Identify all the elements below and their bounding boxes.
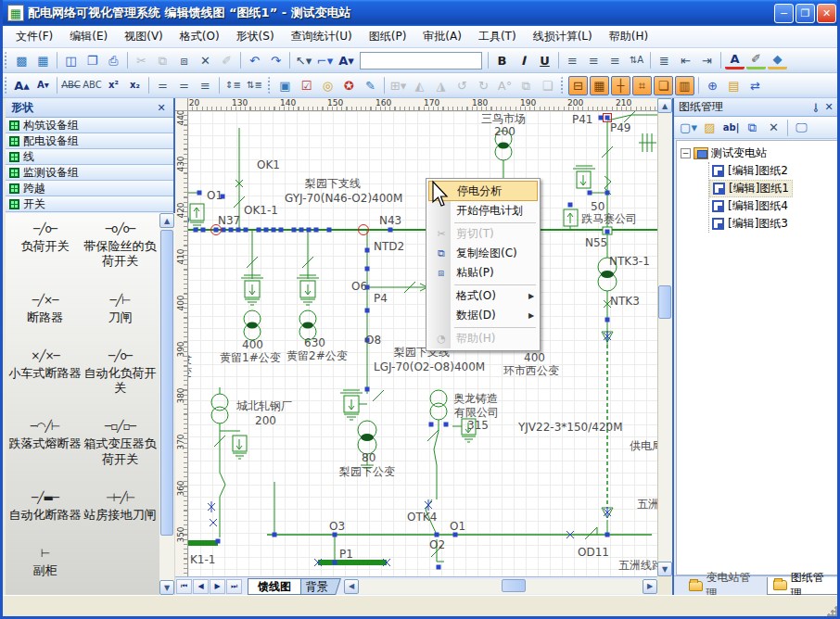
- menu-item-data[interactable]: 数据(D) ▶: [428, 306, 538, 325]
- indent-decrease-icon[interactable]: ⇤: [676, 51, 695, 70]
- connector-tool-icon[interactable]: ⌐▾: [315, 51, 335, 70]
- superscript-icon[interactable]: x²: [104, 76, 123, 95]
- menu-item-copy-drawing[interactable]: ⧉ 复制绘图(C): [428, 244, 538, 263]
- menu-item[interactable]: 编辑(E): [61, 26, 116, 47]
- prev-page-button[interactable]: ◀: [193, 579, 209, 594]
- menu-item[interactable]: 审批(A): [414, 26, 470, 47]
- tree-item-drawing[interactable]: [编辑]图纸3: [709, 215, 791, 233]
- shape-group-bar[interactable]: 跨越: [6, 181, 173, 196]
- pin-icon[interactable]: ⊸: [809, 101, 822, 114]
- drawing-explorer-toggle-icon[interactable]: ▥: [675, 76, 694, 95]
- font-size-increase-icon[interactable]: A▴: [12, 76, 32, 95]
- close-button[interactable]: ✕: [817, 4, 836, 23]
- tree-item-drawing[interactable]: [编辑]图纸4: [709, 197, 791, 215]
- panel-close-icon[interactable]: ✕: [822, 101, 835, 113]
- shape-item[interactable]: ─╱o─ 自动化负荷开关: [83, 349, 158, 397]
- highlight-color-icon[interactable]: ✐: [746, 52, 766, 69]
- menu-item[interactable]: 文件(F): [7, 26, 61, 47]
- strikethrough-icon[interactable]: ABC: [61, 76, 81, 95]
- redo-icon[interactable]: ↷: [266, 51, 286, 70]
- stamp-icon[interactable]: ✪: [339, 76, 359, 95]
- shape-item[interactable]: ×╱×─ 小车式断路器: [7, 349, 83, 397]
- scroll-up-icon[interactable]: ▲: [657, 98, 672, 113]
- guides-toggle-icon[interactable]: ┼: [611, 76, 630, 95]
- text-case-icon[interactable]: ABC: [83, 76, 102, 95]
- align-right-icon[interactable]: ≡: [605, 51, 625, 70]
- vertical-text-icon[interactable]: ⇅A: [627, 51, 646, 70]
- rename-drawing-icon[interactable]: ab|: [721, 118, 741, 137]
- align-center-icon[interactable]: ≡: [584, 51, 604, 70]
- ruler-toggle-icon[interactable]: ⊟: [568, 76, 588, 95]
- connector-points-icon[interactable]: ⇄: [745, 76, 765, 95]
- calculator-grid-icon[interactable]: ▦: [33, 51, 53, 70]
- selection-frame-toggle-icon[interactable]: ⌗: [632, 76, 652, 95]
- menu-item[interactable]: 线损计算(L): [525, 26, 601, 47]
- undo-icon[interactable]: ↶: [245, 51, 264, 70]
- line-spacing-single-icon[interactable]: =: [153, 76, 172, 95]
- feeder-diagram-area[interactable]: 三鸟市场200P41P49OK1O1梨园下支线GYJ-70(N46-O2)400…: [188, 111, 657, 576]
- shape-item[interactable]: ⊣─╱⊢ 站房接地刀闸: [83, 491, 158, 523]
- scrollbar-thumb[interactable]: [160, 230, 173, 536]
- tree-root-substation[interactable]: − 测试变电站: [681, 145, 837, 162]
- page-breaks-toggle-icon[interactable]: ❏: [654, 76, 673, 95]
- search-document-icon[interactable]: ◎: [318, 76, 337, 95]
- print-preview-icon[interactable]: ❐: [83, 51, 102, 70]
- menu-item[interactable]: 图纸(P): [361, 26, 415, 47]
- menu-item-paste[interactable]: ⧈ 粘贴(P): [428, 263, 538, 283]
- shape-item[interactable]: ⊢ 副柜: [7, 547, 83, 578]
- last-page-button[interactable]: ⏭: [226, 579, 242, 594]
- save-icon[interactable]: ◫: [61, 51, 81, 70]
- subscript-icon[interactable]: x₂: [125, 76, 145, 95]
- scrollbar-thumb[interactable]: [502, 579, 526, 592]
- properties-icon[interactable]: ▤: [724, 76, 744, 95]
- canvas-horizontal-scrollbar[interactable]: ◀ ▶: [344, 579, 657, 594]
- diagram-canvas[interactable]: 120130140150160170180190200210 440430420…: [175, 98, 657, 576]
- bullet-list-icon[interactable]: ≣: [655, 51, 674, 70]
- canvas-vertical-scrollbar[interactable]: ▲ ▼: [657, 98, 672, 576]
- spacing-increase-icon[interactable]: ⇕≣: [223, 76, 243, 95]
- font-color-icon[interactable]: A: [725, 52, 745, 69]
- spacing-decrease-icon[interactable]: ⇅≣: [245, 76, 264, 95]
- text-tool-icon[interactable]: A▾: [337, 51, 356, 70]
- scroll-down-icon[interactable]: ▼: [159, 580, 174, 595]
- menu-item[interactable]: 帮助(H): [601, 26, 656, 47]
- menu-item[interactable]: 工具(T): [470, 26, 525, 47]
- delete-drawing-icon[interactable]: ✕: [764, 118, 783, 137]
- bold-icon[interactable]: B: [492, 51, 512, 70]
- next-page-button[interactable]: ▶: [210, 579, 225, 594]
- restore-button[interactable]: ❐: [795, 4, 815, 23]
- shape-item[interactable]: ─▫╱▫─ 箱式变压器负荷开关: [83, 420, 158, 467]
- first-page-button[interactable]: ⏮: [176, 579, 192, 594]
- tree-item-drawing[interactable]: [编辑]图纸1: [709, 180, 793, 197]
- fill-color-icon[interactable]: ◆: [768, 52, 787, 69]
- scroll-up-icon[interactable]: ▲: [159, 213, 174, 228]
- tree-expander-icon[interactable]: −: [681, 148, 691, 158]
- shape-group-bar[interactable]: 构筑设备组: [6, 118, 173, 133]
- minimize-button[interactable]: ─: [774, 4, 794, 23]
- underline-icon[interactable]: U: [535, 51, 554, 70]
- approve-check-icon[interactable]: ☑: [297, 76, 316, 95]
- print-icon[interactable]: ⎙: [104, 51, 123, 70]
- shapes-panel-close-icon[interactable]: ✕: [155, 102, 168, 114]
- shape-group-bar[interactable]: 配电设备组: [6, 133, 173, 149]
- resize-grip[interactable]: [827, 606, 838, 617]
- italic-icon[interactable]: I: [514, 51, 533, 70]
- shape-item[interactable]: ─╱⊢ 刀闸: [83, 294, 158, 325]
- copy-drawing-icon[interactable]: ⧉: [743, 118, 762, 137]
- shape-item[interactable]: ─◠╱⊢ 跌落式熔断器: [7, 420, 83, 467]
- tab-substation-manager[interactable]: 变电站管理: [683, 577, 765, 595]
- menu-item[interactable]: 形状(S): [228, 26, 283, 47]
- delete-icon[interactable]: ✕: [196, 51, 215, 70]
- pan-zoom-icon[interactable]: ⊕: [703, 76, 722, 95]
- tab-feeder-diagram[interactable]: 馈线图: [248, 578, 301, 595]
- open-drawing-icon[interactable]: ▨: [700, 118, 719, 137]
- shape-group-bar[interactable]: 线: [6, 149, 173, 165]
- grid-toggle-icon[interactable]: ▦: [590, 76, 609, 95]
- menu-item-format[interactable]: 格式(O) ▶: [428, 286, 538, 306]
- scroll-right-icon[interactable]: ▶: [643, 579, 657, 594]
- edit-document-icon[interactable]: ✎: [361, 76, 380, 95]
- indent-increase-icon[interactable]: ⇥: [697, 51, 717, 70]
- menu-item[interactable]: 格式(O): [172, 26, 228, 47]
- shape-item[interactable]: ─╱o─ 负荷开关: [7, 222, 83, 270]
- font-combo[interactable]: [360, 52, 482, 69]
